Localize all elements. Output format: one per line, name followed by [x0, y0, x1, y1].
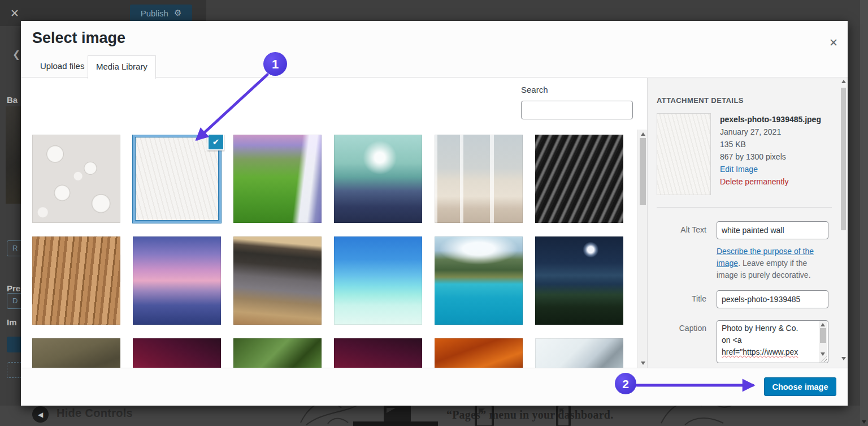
- media-tile-wood-grain[interactable]: [32, 236, 120, 325]
- media-tile-carpenter-workshop[interactable]: [233, 236, 322, 325]
- caption-line: Photo by Henry & Co.: [722, 322, 817, 334]
- media-tile-autumn-orange-leaves[interactable]: [435, 338, 523, 368]
- attachment-sidebar: ATTACHMENT DETAILS pexels-photo-1939485.…: [647, 78, 848, 368]
- media-tile-island-bungalows[interactable]: [435, 236, 523, 325]
- background-page-scrollbar: [860, 0, 868, 426]
- publish-label: Publish: [141, 8, 168, 18]
- editor-close-icon: ✕: [10, 7, 19, 20]
- attachment-filename: pexels-photo-1939485.jpeg: [720, 113, 839, 126]
- sidebar-scrollbar-thumb[interactable]: [841, 88, 846, 230]
- choose-image-button[interactable]: Choose image: [764, 377, 836, 396]
- background-thumbnail: [6, 106, 21, 204]
- grid-scroll-up-icon[interactable]: [641, 132, 645, 136]
- caption-scroll-down-icon[interactable]: [821, 352, 825, 356]
- publish-button: Publish ⚙: [130, 5, 192, 21]
- media-tile-snow-mountain-peak[interactable]: [535, 338, 623, 368]
- caption-line: on <a: [722, 334, 817, 346]
- background-dashed-button: [7, 362, 21, 378]
- media-tile-boat-sunset-lake[interactable]: [133, 236, 221, 325]
- media-tile-white-painted-wall[interactable]: ✔: [133, 135, 221, 223]
- media-tile-red-abstract-feathers[interactable]: [133, 338, 221, 368]
- modal-close-icon[interactable]: ✕: [823, 32, 844, 53]
- media-tile-bright-living-room[interactable]: [435, 135, 523, 223]
- media-tile-fingerprint-texture[interactable]: [535, 135, 623, 223]
- media-tile-night-pier-moon[interactable]: [535, 236, 623, 325]
- title-input[interactable]: [717, 290, 828, 308]
- gear-icon: ⚙: [174, 8, 181, 18]
- modal-body: Search ✔ ATTACHMENT DETAILS pexels-photo…: [21, 78, 848, 368]
- attachment-date: January 27, 2021: [720, 126, 839, 138]
- media-tile-leaf-shadows-ground[interactable]: [32, 338, 120, 368]
- attachment-thumbnail: [657, 113, 711, 195]
- edit-image-link[interactable]: Edit Image: [720, 163, 839, 175]
- media-tile-white-droplets-texture[interactable]: [32, 135, 120, 223]
- tab-media-library[interactable]: Media Library: [88, 55, 156, 79]
- media-tile-red-abstract-feathers-2[interactable]: [334, 338, 422, 368]
- media-tile-green-tree-leaves[interactable]: [233, 338, 322, 368]
- attachment-dimensions: 867 by 1300 pixels: [720, 150, 839, 163]
- hide-controls-label: Hide Controls: [57, 407, 133, 420]
- image-label-fragment: Im: [7, 317, 17, 327]
- grid-scrollbar[interactable]: [637, 130, 647, 368]
- grid-scrollbar-thumb[interactable]: [640, 138, 646, 205]
- caption-scrollbar-thumb[interactable]: [820, 328, 826, 343]
- media-grid[interactable]: ✔: [32, 135, 636, 368]
- background-blue-button: [7, 337, 21, 352]
- sidebar-scroll-down-icon[interactable]: [841, 357, 846, 360]
- background-left-panel: ❮ Ba R Pre D Im: [0, 26, 21, 406]
- title-label: Title: [652, 294, 706, 303]
- alt-text-help: Describe the purpose of the image. Leave…: [717, 246, 831, 281]
- caption-line: href="https://www.pex: [722, 346, 817, 358]
- alt-text-label: Alt Text: [652, 225, 706, 234]
- sidebar-divider: [657, 207, 832, 208]
- search-input[interactable]: [521, 101, 633, 119]
- attachment-details-heading: ATTACHMENT DETAILS: [657, 96, 744, 105]
- media-tile-waterfall-green-cliffs[interactable]: [233, 135, 322, 223]
- caption-label: Caption: [652, 324, 706, 333]
- back-chevron-icon: ❮: [12, 49, 20, 61]
- alt-text-input[interactable]: [717, 221, 828, 239]
- search-label: Search: [521, 85, 548, 94]
- sidebar-scroll-up-icon[interactable]: [841, 80, 846, 83]
- caption-scroll-up-icon[interactable]: [821, 323, 825, 326]
- select-image-modal: Select image ✕ Upload files Media Librar…: [21, 21, 848, 406]
- phone-preview-icon: [556, 404, 572, 426]
- tablet-preview-icon: [475, 404, 495, 426]
- attachment-filesize: 135 KB: [720, 138, 839, 150]
- attachment-info: pexels-photo-1939485.jpeg January 27, 20…: [720, 113, 839, 188]
- modal-footer: Choose image: [21, 368, 848, 406]
- media-tile-legs-sunny-field[interactable]: [334, 135, 422, 223]
- scroll-down-icon: [862, 420, 866, 424]
- tab-upload-files[interactable]: Upload files: [32, 55, 92, 78]
- media-tile-tropical-beach-sky[interactable]: [334, 236, 422, 325]
- grid-scroll-down-icon[interactable]: [641, 362, 645, 365]
- selected-check-icon[interactable]: ✔: [207, 135, 224, 150]
- caption-scrollbar[interactable]: [819, 321, 827, 363]
- sidebar-scrollbar[interactable]: [841, 80, 847, 366]
- caption-textarea[interactable]: Photo by Henry & Co. on <a href="https:/…: [717, 320, 828, 363]
- hide-controls-arrow-icon: ◀: [32, 406, 49, 423]
- background-select-fragment: D: [7, 293, 21, 309]
- background-button-fragment: R: [7, 240, 21, 256]
- delete-permanently-link[interactable]: Delete permanently: [720, 175, 839, 188]
- background-label-fragment: Ba: [7, 95, 18, 105]
- preview-label-fragment: Pre: [7, 283, 20, 293]
- modal-title: Select image: [32, 29, 125, 47]
